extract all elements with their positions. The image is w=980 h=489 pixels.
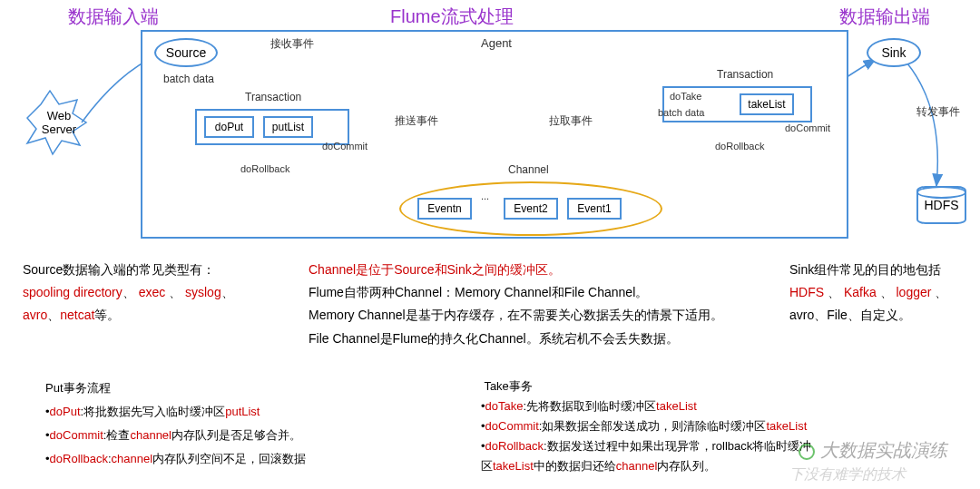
- put-flow-description: Put事务流程 •doPut:将批数据先写入临时缓冲区putList •doCo…: [45, 377, 463, 471]
- put-b1a: doPut: [50, 405, 81, 418]
- take-b1c: takeList: [656, 399, 697, 413]
- event2-label: Event2: [514, 202, 547, 215]
- put-b2a: doCommit: [50, 428, 103, 442]
- dotake-label: doTake: [670, 91, 701, 102]
- put-b1b: :将批数据先写入临时缓冲区: [81, 405, 226, 418]
- source-description: Source数据输入端的常见类型有： spooling directory、 e…: [23, 259, 295, 328]
- put-b3d: 内存队列空间不足，回滚数据: [152, 452, 306, 465]
- source-node: Source: [154, 38, 218, 67]
- ch-line3: Memory Channel是基于内存缓存，在不需要关心数据丢失的情景下适用。: [309, 304, 780, 327]
- watermark1: 大数据实战演练: [799, 438, 947, 463]
- forward-event-label: 转发事件: [916, 104, 960, 120]
- takelist-box: takeList: [740, 93, 794, 115]
- event-dots: ...: [481, 191, 489, 201]
- takelist-label: takeList: [748, 98, 785, 111]
- hdfs-node: HDFS: [916, 186, 966, 224]
- src-etc: 等。: [94, 308, 120, 322]
- src-spooling: spooling directory: [23, 285, 122, 299]
- event2-box: Event2: [504, 198, 558, 220]
- doput-label: doPut: [215, 121, 243, 133]
- eventn-label: Eventn: [427, 202, 461, 215]
- src-syslog: syslog: [185, 285, 221, 299]
- event1-label: Event1: [577, 202, 611, 215]
- put-b3a: doRollback: [50, 452, 108, 465]
- take-b4a: 区: [481, 459, 493, 473]
- watermark2: 下没有难学的技术: [789, 465, 906, 484]
- take-b2c: takeList: [766, 419, 807, 433]
- put-b1c: putList: [225, 405, 260, 418]
- transaction1-label: Transaction: [245, 91, 301, 103]
- batch-data-1-label: batch data: [163, 73, 214, 85]
- header-output: 数据输出端: [839, 5, 930, 29]
- sink-logger: logger: [897, 285, 932, 299]
- ch-line2: Flume自带两种Channel：Memory Channel和File Cha…: [309, 281, 780, 304]
- take-b3b: :数据发送过程中如果出现异常，rollback将临时缓冲: [544, 439, 811, 453]
- doput-box: doPut: [204, 116, 254, 138]
- receive-event-label: 接收事件: [270, 36, 314, 52]
- push-event-label: 推送事件: [395, 113, 438, 129]
- header-processing: Flume流式处理: [390, 5, 514, 29]
- web-server-node: Web Server: [23, 95, 95, 150]
- sink-line1: Sink组件常见的目的地包括: [789, 259, 971, 281]
- agent-label: Agent: [481, 36, 512, 50]
- batch-data-2-label: batch data: [658, 107, 704, 118]
- put-b3c: channel: [112, 452, 153, 465]
- sink-hdfs: HDFS: [789, 285, 824, 299]
- ch-line4: File Channel是Flume的持久化Channel。系统宕机不会丢失数据…: [309, 328, 780, 350]
- putlist-box: putList: [263, 116, 313, 138]
- sink-description: Sink组件常见的目的地包括 HDFS 、 Kafka 、 logger 、 a…: [789, 259, 971, 328]
- sink-node: Sink: [867, 38, 921, 67]
- sink-label: Sink: [881, 45, 906, 60]
- web-server-label: Web Server: [42, 109, 76, 136]
- header-input: 数据输入端: [68, 5, 159, 29]
- take-b1b: :先将数据取到临时缓冲区: [523, 399, 656, 413]
- src-netcat: netcat: [60, 308, 94, 322]
- take-b2b: :如果数据全部发送成功，则清除临时缓冲区: [539, 419, 767, 433]
- put-b2b: :检查: [103, 428, 131, 442]
- put-title: Put事务流程: [45, 377, 463, 400]
- source-label: Source: [166, 45, 206, 60]
- event1-box: Event1: [567, 198, 622, 220]
- docommit2-label: doCommit: [785, 122, 830, 133]
- docommit1-label: doCommit: [322, 141, 368, 152]
- sink-line3: avro、File、自定义。: [789, 304, 971, 327]
- hdfs-label: HDFS: [924, 198, 958, 212]
- putlist-label: putList: [272, 121, 304, 133]
- take-b3a: doRollback: [485, 439, 544, 453]
- put-b2d: 内存队列是否足够合并。: [172, 428, 301, 442]
- transaction2-label: Transaction: [717, 68, 773, 81]
- pull-event-label: 拉取事件: [549, 113, 593, 129]
- ch-line1: Channel是位于Source和Sink之间的缓冲区。: [309, 262, 561, 277]
- take-b2a: doCommit: [485, 419, 539, 433]
- watermark1-text: 大数据实战演练: [820, 440, 947, 460]
- src-exec: exec: [139, 285, 166, 299]
- put-b2c: channel: [130, 428, 172, 442]
- sink-kafka: Kafka: [844, 285, 877, 299]
- src-line1: Source数据输入端的常见类型有：: [23, 259, 295, 281]
- channel-label: Channel: [508, 163, 549, 176]
- take-b4b: takeList: [493, 459, 534, 473]
- channel-description: Channel是位于Source和Sink之间的缓冲区。 Flume自带两种Ch…: [309, 259, 780, 350]
- take-b1a: doTake: [485, 399, 524, 413]
- take-title: Take事务: [484, 379, 532, 393]
- take-b4e: 内存队列。: [657, 459, 716, 473]
- dorollback2-label: doRollback: [715, 141, 764, 152]
- take-b4c: 中的数据归还给: [534, 459, 616, 473]
- src-avro: avro: [23, 308, 47, 322]
- take-b4d: channel: [616, 459, 658, 473]
- eventn-box: Eventn: [417, 198, 472, 220]
- dorollback1-label: doRollback: [240, 163, 289, 174]
